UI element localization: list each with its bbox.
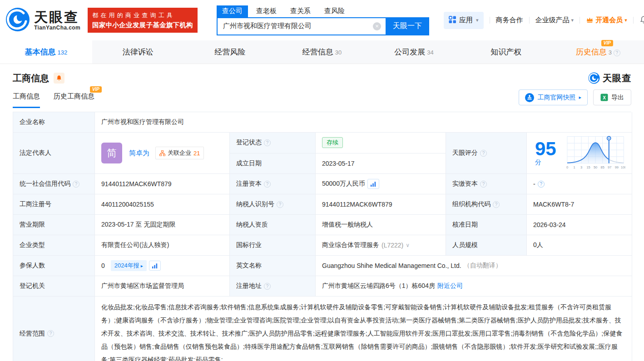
promo-line2: 国家中小企业发展子基金旗下机构 xyxy=(92,20,193,30)
field-label: 组织机构代码? xyxy=(446,194,527,215)
chevron-down-icon: ▾ xyxy=(624,17,627,23)
tianyancha-logo[interactable]: 天眼查 TianYanCha.com xyxy=(5,7,80,34)
field-label: 工商注册号 xyxy=(13,194,95,215)
svg-text:50: 50 xyxy=(594,165,597,169)
help-icon[interactable]: ? xyxy=(264,139,271,146)
taxpayer-quality-value: 增值税一般纳税人 xyxy=(316,215,446,235)
english-name-value: Guangzhou Shihe Medical Management Co., … xyxy=(316,256,632,276)
nav-open-vip[interactable]: 开通会员 ▾ xyxy=(586,16,627,25)
export-button[interactable]: X 导出 xyxy=(593,89,631,105)
annual-report-badge[interactable]: 2024年报 ▸ xyxy=(111,260,147,271)
field-label: 注册资本? xyxy=(230,174,316,194)
notification-bell[interactable] xyxy=(639,15,644,25)
legal-rep-link[interactable]: 简卓为 xyxy=(129,149,149,158)
report-label: 2024年报 xyxy=(114,262,139,270)
help-icon[interactable]: ? xyxy=(538,181,545,188)
clear-icon[interactable]: × xyxy=(373,22,381,30)
monitor-bell-button[interactable] xyxy=(54,73,64,84)
related-companies-badge[interactable]: 关联企业 21 xyxy=(155,147,204,159)
chevron-down-icon[interactable]: ∨ xyxy=(406,242,410,248)
apps-menu[interactable]: 应用 ▾ xyxy=(444,12,484,29)
search-tab-company[interactable]: 查公司 xyxy=(217,5,248,17)
svg-text:0: 0 xyxy=(566,165,568,169)
search-tab-risk[interactable]: 查风险 xyxy=(319,5,350,17)
crown-icon xyxy=(586,16,594,25)
help-icon[interactable]: ? xyxy=(493,201,500,208)
snapshot-label: 工商官网快照 xyxy=(537,94,575,102)
export-label: 导出 xyxy=(611,94,624,102)
stamp-icon xyxy=(525,93,534,102)
subtab-history-business-info[interactable]: 历史工商信息 VIP xyxy=(54,92,94,108)
avatar[interactable]: 简 xyxy=(101,143,122,163)
tab-label: 公司发展 xyxy=(394,47,425,57)
vip-badge[interactable]: VIP xyxy=(601,40,613,46)
chevron-down-icon: ▾ xyxy=(571,17,574,23)
score-number: 95 xyxy=(535,138,556,159)
help-icon[interactable]: ? xyxy=(264,181,271,188)
help-icon[interactable]: ? xyxy=(264,283,271,290)
nearby-companies-link[interactable]: 附近公司 xyxy=(437,282,463,290)
help-icon[interactable]: ? xyxy=(480,181,487,188)
capital-trend-button[interactable] xyxy=(367,179,379,189)
reg-capital-value: 50000万人民币 xyxy=(316,174,446,194)
apps-label: 应用 xyxy=(459,16,473,25)
related-label: 关联企业 xyxy=(168,149,191,157)
watermark-logo: 天眼查 xyxy=(588,72,631,84)
field-label: 登记机关 xyxy=(13,276,95,297)
field-label: 纳税人识别号? xyxy=(230,194,316,215)
company-tabbar: 基本信息132 法律诉讼 经营风险 经营信息30 公司发展34 知识产权 VIP… xyxy=(0,40,644,64)
brand-name: 天眼查 xyxy=(34,10,80,25)
tab-company-development[interactable]: 公司发展34 xyxy=(368,40,460,64)
company-type-value: 有限责任公司(法人独资) xyxy=(95,235,230,256)
tab-label: 知识产权 xyxy=(490,47,521,57)
section-title: 工商信息 xyxy=(13,72,49,84)
help-icon[interactable]: ? xyxy=(73,181,79,188)
tab-label: 法律诉讼 xyxy=(123,47,154,57)
staff-size-value: 0人 xyxy=(527,235,632,256)
search-tab-relation[interactable]: 查关系 xyxy=(285,5,316,17)
help-icon[interactable]: ? xyxy=(277,201,283,208)
nav-cooperation[interactable]: 商务合作 xyxy=(496,16,523,25)
main-content: 工商信息 天眼查 工商信息 历史工商信息 VIP xyxy=(0,71,644,361)
help-icon[interactable]: ? xyxy=(480,150,487,157)
vip-badge[interactable]: VIP xyxy=(90,86,102,93)
tab-operation-info[interactable]: 经营信息30 xyxy=(276,40,368,64)
tab-operation-risk[interactable]: 经营风险 xyxy=(184,40,276,64)
svg-text:100: 100 xyxy=(621,165,625,169)
score-unit: 分 xyxy=(535,158,541,166)
nav-enterprise-products[interactable]: 企业级产品 ▾ xyxy=(535,16,574,25)
svg-text:15: 15 xyxy=(587,165,590,169)
promo-line1: 都在用的商业查询工具 xyxy=(92,10,193,20)
field-label: 成立日期 xyxy=(230,153,316,174)
help-icon[interactable]: ? xyxy=(614,49,620,56)
chevron-down-icon: ▾ xyxy=(476,17,479,23)
search-button[interactable]: 天眼一下 xyxy=(386,17,429,35)
subtab-label: 历史工商信息 xyxy=(54,92,94,100)
subtab-business-info[interactable]: 工商信息 xyxy=(13,92,40,108)
tab-intellectual-property[interactable]: 知识产权 xyxy=(460,40,552,64)
tab-count: 30 xyxy=(335,49,342,56)
reg-number-value: 440112004025155 xyxy=(95,194,230,215)
company-name-value: 广州市视和医疗管理有限公司 xyxy=(95,112,632,133)
org-code-value: MACK6WT8-7 xyxy=(527,194,632,215)
field-label: 天眼评分? xyxy=(446,133,527,174)
reg-authority-value: 广州市黄埔区市场监督管理局 xyxy=(95,276,230,297)
field-label: 核准日期 xyxy=(446,215,527,235)
score-value: 95分 xyxy=(527,133,632,174)
tab-count: 132 xyxy=(57,49,67,56)
tab-basic-info[interactable]: 基本信息132 xyxy=(0,40,92,64)
cooperation-label: 商务合作 xyxy=(496,16,523,25)
divider xyxy=(529,17,530,24)
tab-history-info[interactable]: VIP 历史信息 3 ? xyxy=(552,40,644,64)
search-input[interactable] xyxy=(217,17,386,35)
search-tab-boss[interactable]: 查老板 xyxy=(251,5,282,17)
open-vip-label: 开通会员 xyxy=(595,16,623,25)
reg-status-value: 存续 xyxy=(316,133,446,153)
insured-trend-button[interactable] xyxy=(149,261,161,271)
bar-chart-icon xyxy=(370,181,376,187)
help-icon[interactable]: ? xyxy=(47,330,54,337)
credit-code-value: 91440112MACK6WT879 xyxy=(95,174,230,194)
status-badge: 存续 xyxy=(322,137,343,148)
tab-legal-litigation[interactable]: 法律诉讼 xyxy=(92,40,184,64)
official-snapshot-button[interactable]: 工商官网快照 ▸ xyxy=(519,89,588,105)
